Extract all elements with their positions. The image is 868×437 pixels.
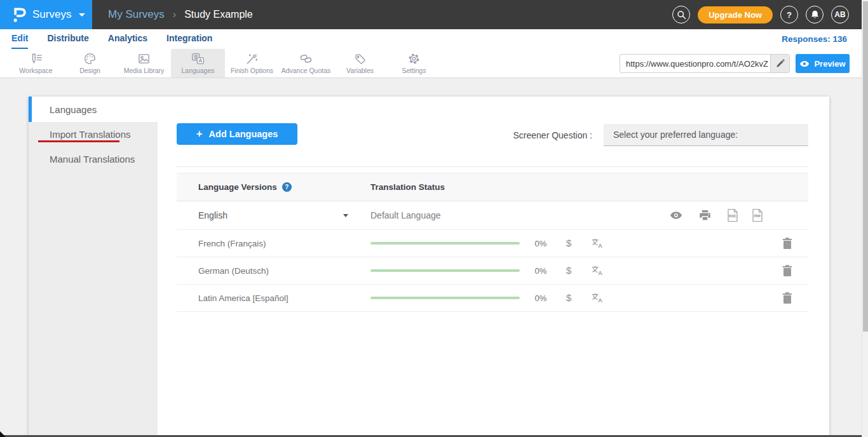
tab-analytics[interactable]: Analytics bbox=[108, 29, 147, 49]
screener-question-value: Select your preferred language: bbox=[613, 130, 738, 140]
default-language-dropdown[interactable]: English bbox=[198, 210, 227, 220]
breadcrumb: My Surveys › Study Example bbox=[108, 0, 253, 29]
export-doc-icon[interactable]: DOC bbox=[727, 209, 738, 222]
sidebar-item-manual-translations[interactable]: Manual Translations bbox=[29, 147, 158, 171]
search-button[interactable] bbox=[672, 6, 690, 24]
media-library-icon bbox=[137, 52, 151, 65]
breadcrumb-separator: › bbox=[173, 9, 176, 20]
column-label: Language Versions bbox=[198, 182, 277, 192]
auto-translate-icon[interactable]: A bbox=[591, 238, 604, 249]
toolbar-item-settings[interactable]: Settings bbox=[387, 49, 441, 77]
chevron-down-icon[interactable] bbox=[343, 214, 348, 217]
edit-toolbar: Workspace Design bbox=[0, 49, 868, 78]
questionpro-logo-icon bbox=[11, 6, 26, 24]
breadcrumb-current-survey: Study Example bbox=[184, 9, 253, 20]
languages-panel: Languages Import Translations Manual Tra… bbox=[29, 97, 829, 437]
finish-options-wand-icon bbox=[245, 52, 259, 65]
svg-text:A: A bbox=[598, 270, 602, 276]
doc-label: DOC bbox=[729, 214, 736, 218]
header-actions: Upgrade Now ? AB bbox=[672, 0, 849, 29]
language-name: French (Français) bbox=[198, 239, 266, 248]
edit-url-button[interactable] bbox=[770, 55, 789, 72]
avatar[interactable]: AB bbox=[831, 6, 849, 24]
professional-translation-icon[interactable]: $ bbox=[562, 265, 575, 276]
plus-icon: + bbox=[196, 128, 203, 140]
auto-translate-icon[interactable]: A bbox=[591, 266, 604, 276]
delete-trash-icon[interactable] bbox=[782, 265, 792, 277]
help-button[interactable]: ? bbox=[780, 6, 798, 24]
sidebar-item-languages[interactable]: Languages bbox=[29, 97, 158, 122]
progress-percent: 0% bbox=[530, 293, 552, 303]
top-header-bar: Surveys My Surveys › Study Example Upgra… bbox=[0, 0, 868, 29]
avatar-initials: AB bbox=[834, 10, 845, 19]
toolbar-label: Workspace bbox=[19, 67, 52, 74]
professional-translation-icon[interactable]: $ bbox=[562, 238, 575, 249]
breadcrumb-my-surveys[interactable]: My Surveys bbox=[108, 8, 165, 21]
upgrade-now-button[interactable]: Upgrade Now bbox=[698, 6, 773, 24]
toolbar-label: Design bbox=[79, 67, 100, 74]
eye-icon bbox=[799, 60, 810, 67]
screener-question-select[interactable]: Select your preferred language: bbox=[604, 124, 808, 146]
toolbar-label: Settings bbox=[402, 67, 426, 74]
toolbar-item-advance-quotas[interactable]: Advance Quotas bbox=[279, 49, 333, 77]
translation-progress-bar bbox=[370, 297, 520, 299]
toolbar-label: Media Library bbox=[124, 67, 165, 74]
delete-trash-icon[interactable] bbox=[782, 292, 792, 304]
toolbar-item-media-library[interactable]: Media Library bbox=[117, 49, 171, 77]
toolbar-label: Advance Quotas bbox=[281, 67, 331, 74]
toolbar-label: Finish Options bbox=[231, 67, 273, 74]
advance-quotas-link-icon bbox=[299, 52, 313, 65]
notifications-button[interactable] bbox=[806, 6, 824, 24]
table-row-german: German (Deutsch) 0% $ A bbox=[177, 257, 808, 285]
toolbar-item-workspace[interactable]: Workspace bbox=[9, 49, 63, 77]
toolbar-label: Languages bbox=[182, 67, 215, 74]
tab-edit[interactable]: Edit bbox=[11, 29, 28, 49]
toolbar-item-variables[interactable]: Variables bbox=[333, 49, 387, 77]
sidebar-item-import-translations[interactable]: Import Translations bbox=[29, 122, 158, 147]
responses-count-link[interactable]: Responses: 136 bbox=[782, 29, 847, 49]
search-icon bbox=[677, 10, 686, 20]
professional-translation-icon[interactable]: $ bbox=[562, 292, 575, 304]
workspace-icon bbox=[29, 53, 43, 65]
progress-percent: 0% bbox=[530, 266, 552, 276]
delete-trash-icon[interactable] bbox=[782, 238, 792, 250]
tab-distribute[interactable]: Distribute bbox=[47, 29, 88, 49]
product-menu-button[interactable]: Surveys bbox=[0, 0, 92, 29]
preview-eye-icon[interactable] bbox=[670, 211, 682, 220]
product-name: Surveys bbox=[32, 8, 71, 21]
auto-translate-icon[interactable]: A bbox=[591, 293, 604, 304]
translation-progress-bar bbox=[370, 269, 520, 272]
svg-text:A: A bbox=[598, 243, 602, 249]
tab-integration[interactable]: Integration bbox=[166, 29, 212, 49]
column-language-versions: Language Versions ? bbox=[198, 173, 292, 201]
preview-button[interactable]: Preview bbox=[796, 54, 850, 73]
pdf-label: PDF bbox=[754, 214, 761, 218]
scrollbar-thumb[interactable] bbox=[863, 1, 868, 332]
preview-label: Preview bbox=[814, 59, 845, 69]
export-pdf-icon[interactable]: PDF bbox=[752, 209, 763, 222]
bell-icon bbox=[810, 10, 820, 20]
svg-text:A: A bbox=[598, 297, 602, 304]
screener-question-row: Screener Question : Select your preferre… bbox=[513, 124, 808, 146]
upgrade-now-label: Upgrade Now bbox=[709, 10, 762, 20]
page-scrollbar[interactable] bbox=[862, 0, 868, 437]
chevron-down-icon bbox=[79, 13, 85, 17]
help-tooltip-icon[interactable]: ? bbox=[282, 182, 292, 192]
languages-translate-icon bbox=[191, 52, 205, 65]
add-languages-button[interactable]: + Add Languages bbox=[177, 123, 297, 145]
print-icon[interactable] bbox=[699, 210, 711, 221]
toolbar-item-languages[interactable]: Languages bbox=[171, 49, 225, 77]
variables-tag-icon bbox=[354, 53, 367, 65]
add-languages-label: Add Languages bbox=[209, 129, 278, 139]
screener-question-label: Screener Question : bbox=[513, 130, 592, 140]
default-language-status: Default Language bbox=[370, 210, 441, 220]
toolbar-item-finish-options[interactable]: Finish Options bbox=[225, 49, 279, 77]
languages-content: + Add Languages Screener Question : Sele… bbox=[158, 97, 829, 437]
table-row-spanish: Latin America [Español] 0% $ A bbox=[177, 285, 808, 312]
language-name: German (Deutsch) bbox=[198, 266, 269, 276]
languages-sidebar: Languages Import Translations Manual Tra… bbox=[29, 97, 158, 437]
toolbar-item-design[interactable]: Design bbox=[63, 49, 117, 77]
survey-url-input[interactable] bbox=[620, 55, 770, 72]
table-row-default-language: English Default Language bbox=[177, 201, 808, 230]
settings-gear-icon bbox=[407, 52, 421, 65]
